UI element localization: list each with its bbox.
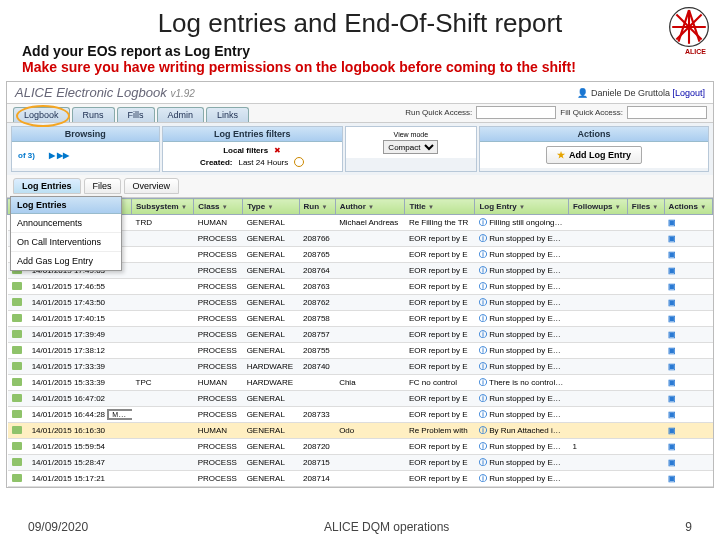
row-icon [12,378,22,386]
local-filters-label: Local filters [223,146,268,155]
info-icon[interactable]: ⓘ [479,234,487,243]
table-row[interactable]: 14/01/2015 17:46:55PROCESSGENERAL208763E… [8,279,713,295]
col-header[interactable]: Actions ▼ [664,199,712,215]
table-row[interactable]: 14/01/2015 16:44:28 Multiple RPROCESSGEN… [8,407,713,423]
expand-icon[interactable]: ▣ [668,458,676,467]
table-row[interactable]: 14/01/2015 17:33:39PROCESSHARDWARE208740… [8,359,713,375]
tab-admin[interactable]: Admin [157,107,205,122]
table-row[interactable]: 14/01/2015 15:33:39TPCHUMANHARDWAREChiaF… [8,375,713,391]
expand-icon[interactable]: ▣ [668,298,676,307]
dropdown-item-oncall[interactable]: On Call Interventions [11,233,121,252]
title-cell: EOR report by E [409,442,468,451]
expand-icon[interactable]: ▣ [668,442,676,451]
tab-logbook[interactable]: Logbook [13,107,70,122]
table-row[interactable]: 14/01/2015 16:47:02PROCESSGENERALEOR rep… [8,391,713,407]
info-icon[interactable]: ⓘ [479,346,487,355]
expand-icon[interactable]: ▣ [668,218,676,227]
add-log-entry-button[interactable]: ★Add Log Entry [546,146,642,164]
info-icon[interactable]: ⓘ [479,362,487,371]
pager-next-icon[interactable]: ▶ ▶▶ [49,151,69,160]
title-cell: EOR report by E [409,362,468,371]
title-cell: EOR report by E [409,282,468,291]
col-header[interactable]: Type ▼ [243,199,299,215]
run-quick-input[interactable] [476,106,556,119]
col-header[interactable]: Title ▼ [405,199,475,215]
expand-icon[interactable]: ▣ [668,314,676,323]
title-cell: EOR report by E [409,250,468,259]
expand-icon[interactable]: ▣ [668,282,676,291]
expand-icon[interactable]: ▣ [668,474,676,483]
dropdown-item-add-gas[interactable]: Add Gas Log Entry [11,252,121,270]
viewmode-label: View mode [394,131,429,138]
filter-remove-icon[interactable]: ✖ [274,146,281,155]
logout-link[interactable]: [Logout] [672,88,705,98]
table-row[interactable]: 14/01/2015 17:40:15PROCESSGENERAL208758E… [8,311,713,327]
fill-quick-input[interactable] [627,106,707,119]
filters-header: Log Entries filters [163,127,342,142]
info-icon[interactable]: ⓘ [479,458,487,467]
info-icon[interactable]: ⓘ [479,426,487,435]
expand-icon[interactable]: ▣ [668,410,676,419]
expand-icon[interactable]: ▣ [668,234,676,243]
table-row[interactable]: 14/01/2015 15:59:54PROCESSGENERAL208720E… [8,439,713,455]
row-icon [12,298,22,306]
title-cell: EOR report by E [409,266,468,275]
user-name: Daniele De Gruttola [591,88,670,98]
info-icon[interactable]: ⓘ [479,314,487,323]
table-row[interactable]: 14/01/2015 15:17:21PROCESSGENERAL208714E… [8,471,713,487]
table-row[interactable]: 14/01/2015 17:43:50PROCESSGENERAL208762E… [8,295,713,311]
subtab-files[interactable]: Files [84,178,121,194]
info-icon[interactable]: ⓘ [479,394,487,403]
logbook-app: ALICE Electronic Logbook v1.92 👤 Daniele… [6,81,714,488]
title-cell: EOR report by E [409,330,468,339]
col-header[interactable]: Class ▼ [194,199,243,215]
viewmode-select[interactable]: Compact [383,140,438,154]
expand-icon[interactable]: ▣ [668,378,676,387]
instruction-2: Make sure you have writing permissions o… [22,59,698,75]
expand-icon[interactable]: ▣ [668,266,676,275]
col-header[interactable]: Subsystem ▼ [132,199,194,215]
table-row[interactable]: 14/01/2015 16:16:30HUMANGENERALOdoRe Pro… [8,423,713,439]
info-icon[interactable]: ⓘ [479,282,487,291]
subtab-log-entries[interactable]: Log Entries [13,178,81,194]
title-cell: EOR report by E [409,474,468,483]
created-value: Last 24 Hours [238,158,288,167]
table-row[interactable]: 14/01/2015 15:28:47PROCESSGENERAL208715E… [8,455,713,471]
col-header[interactable]: Run ▼ [299,199,335,215]
table-row[interactable]: 14/01/2015 17:38:12PROCESSGENERAL208755E… [8,343,713,359]
fill-quick-label: Fill Quick Access: [560,108,623,117]
tab-links[interactable]: Links [206,107,249,122]
col-header[interactable]: Followups ▼ [568,199,627,215]
clock-icon[interactable] [294,157,304,167]
expand-icon[interactable]: ▣ [668,250,676,259]
browsing-pager[interactable]: of 3) ▶ ▶▶ [12,142,159,168]
expand-icon[interactable]: ▣ [668,346,676,355]
info-icon[interactable]: ⓘ [479,410,487,419]
info-icon[interactable]: ⓘ [479,378,487,387]
info-icon[interactable]: ⓘ [479,218,487,227]
browsing-header: Browsing [12,127,159,142]
info-icon[interactable]: ⓘ [479,266,487,275]
table-row[interactable]: 14/01/2015 17:39:49PROCESSGENERAL208757E… [8,327,713,343]
info-icon[interactable]: ⓘ [479,298,487,307]
instruction-1: Add your EOS report as Log Entry [22,43,698,59]
subtab-overview[interactable]: Overview [124,178,180,194]
info-icon[interactable]: ⓘ [479,474,487,483]
col-header[interactable]: Log Entry ▼ [475,199,568,215]
info-icon[interactable]: ⓘ [479,442,487,451]
expand-icon[interactable]: ▣ [668,394,676,403]
dropdown-header[interactable]: Log Entries [11,197,121,214]
expand-icon[interactable]: ▣ [668,330,676,339]
tab-fills[interactable]: Fills [117,107,155,122]
col-header[interactable]: Files ▼ [627,199,664,215]
expand-icon[interactable]: ▣ [668,426,676,435]
info-icon[interactable]: ⓘ [479,330,487,339]
expand-icon[interactable]: ▣ [668,362,676,371]
dropdown-item-announcements[interactable]: Announcements [11,214,121,233]
info-icon[interactable]: ⓘ [479,250,487,259]
title-cell: EOR report by E [409,314,468,323]
row-icon [12,362,22,370]
col-header[interactable]: Author ▼ [335,199,405,215]
tab-runs[interactable]: Runs [72,107,115,122]
row-icon [12,442,22,450]
